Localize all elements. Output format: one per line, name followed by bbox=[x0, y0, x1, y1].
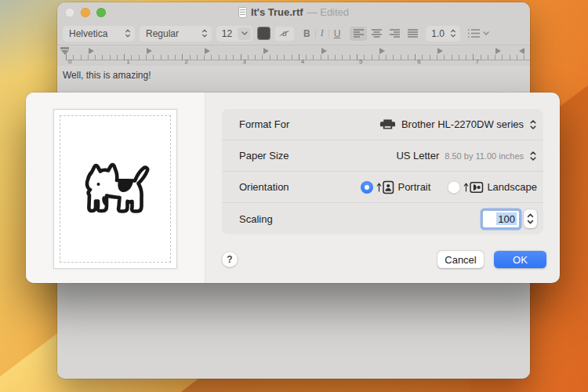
tab-stop-marker[interactable] bbox=[205, 48, 210, 54]
traffic-lights bbox=[65, 8, 106, 17]
alignment-group bbox=[350, 27, 421, 41]
close-button[interactable] bbox=[65, 8, 74, 17]
ruler-number: 5 bbox=[359, 58, 362, 65]
ruler-inch-tick bbox=[124, 54, 125, 60]
tab-stop-marker[interactable] bbox=[495, 48, 501, 54]
tab-stop-marker[interactable] bbox=[321, 48, 327, 54]
ruler-inch-tick bbox=[182, 54, 183, 60]
ruler-inch-tick bbox=[357, 54, 358, 60]
tab-stop-marker[interactable] bbox=[379, 48, 385, 54]
line-spacing-stepper[interactable]: 1.0 bbox=[426, 26, 460, 42]
portrait-label: Portrait bbox=[397, 181, 430, 193]
scaling-row: Scaling 100 bbox=[222, 203, 543, 234]
portrait-orientation-icon bbox=[376, 180, 394, 194]
font-family-select[interactable]: Helvetica bbox=[63, 26, 135, 42]
landscape-orientation-icon bbox=[463, 180, 484, 194]
ruler-number: 6 bbox=[417, 58, 420, 65]
format-for-popup[interactable]: Brother HL-2270DW series bbox=[379, 118, 537, 131]
list-icon bbox=[468, 29, 480, 38]
paper-size-detail: 8.50 by 11.00 inches bbox=[445, 151, 524, 161]
ruler-inch-tick bbox=[241, 54, 241, 60]
format-for-label: Format For bbox=[239, 118, 289, 130]
chevron-up-down-icon bbox=[450, 28, 456, 38]
font-style-select[interactable]: Regular bbox=[140, 26, 212, 42]
chevron-up-down-icon bbox=[529, 150, 537, 162]
ruler-inch-tick bbox=[473, 54, 474, 60]
printer-icon bbox=[379, 118, 396, 130]
cancel-button[interactable]: Cancel bbox=[437, 251, 484, 268]
align-center-button[interactable] bbox=[368, 27, 385, 41]
paper-size-row: Paper Size US Letter 8.50 by 11.00 inche… bbox=[222, 140, 543, 172]
tab-stop-marker[interactable] bbox=[147, 48, 152, 54]
italic-button[interactable]: I bbox=[316, 27, 328, 39]
landscape-option[interactable]: Landscape bbox=[448, 180, 537, 194]
ok-button[interactable]: OK bbox=[494, 251, 546, 268]
ruler[interactable]: 01234567 bbox=[57, 45, 530, 67]
window-title-area: It's True.rtf — Edited bbox=[57, 2, 530, 22]
format-for-row: Format For Brother HL-2270DW series bbox=[222, 109, 543, 140]
document-icon bbox=[238, 7, 247, 18]
ruler-number: 1 bbox=[126, 58, 129, 65]
chevron-down-icon bbox=[483, 31, 489, 35]
paper-size-popup[interactable]: US Letter 8.50 by 11.00 inches bbox=[396, 150, 537, 162]
ruler-number: 3 bbox=[243, 58, 246, 65]
underline-button[interactable]: U bbox=[329, 28, 346, 39]
window-titlebar[interactable]: It's True.rtf — Edited bbox=[57, 2, 530, 22]
ruler-inch-tick bbox=[415, 54, 416, 60]
ruler-inch-tick bbox=[66, 54, 67, 60]
orientation-row: Orientation Portrait bbox=[222, 172, 543, 203]
strikethrough-color-button[interactable]: a bbox=[275, 27, 294, 41]
tab-stop-marker[interactable] bbox=[89, 48, 94, 54]
window-title: It's True.rtf bbox=[251, 6, 303, 18]
page-preview bbox=[53, 109, 177, 269]
form-pane: Format For Brother HL-2270DW series Pape… bbox=[205, 93, 560, 283]
help-button[interactable]: ? bbox=[222, 252, 238, 267]
ruler-number: 7 bbox=[475, 58, 478, 65]
landscape-label: Landscape bbox=[487, 181, 537, 193]
scaling-label: Scaling bbox=[239, 213, 273, 225]
page-setup-dialog: Format For Brother HL-2270DW series Pape… bbox=[26, 93, 560, 283]
text-style-group: B I U bbox=[299, 27, 345, 41]
paper-size-value: US Letter bbox=[396, 150, 439, 162]
list-style-select[interactable] bbox=[465, 26, 492, 42]
font-size-select[interactable]: 12 bbox=[216, 26, 252, 42]
preview-pane bbox=[26, 93, 205, 283]
scaling-stepper[interactable] bbox=[524, 209, 537, 228]
dog-image bbox=[81, 157, 151, 216]
align-left-button[interactable] bbox=[350, 27, 367, 41]
format-for-value: Brother HL-2270DW series bbox=[401, 118, 524, 130]
window-edited-status: — Edited bbox=[307, 6, 349, 18]
orientation-label: Orientation bbox=[239, 181, 289, 193]
chevron-up-down-icon bbox=[529, 118, 537, 131]
tab-stop-marker[interactable] bbox=[263, 48, 269, 54]
bold-button[interactable]: B bbox=[299, 28, 315, 39]
right-margin-marker[interactable] bbox=[519, 48, 524, 54]
align-justify-button[interactable] bbox=[404, 27, 421, 41]
portrait-option[interactable]: Portrait bbox=[361, 180, 430, 194]
scaling-value: 100 bbox=[496, 212, 517, 225]
format-toolbar: Helvetica Regular 12 a B I U bbox=[57, 22, 530, 45]
dialog-footer: ? Cancel OK bbox=[222, 251, 546, 268]
scaling-input[interactable]: 100 bbox=[483, 211, 519, 227]
indent-marker[interactable] bbox=[60, 47, 69, 55]
landscape-radio[interactable] bbox=[448, 181, 460, 194]
paper-size-label: Paper Size bbox=[239, 150, 289, 162]
ruler-number: 0 bbox=[68, 58, 71, 65]
minimize-button[interactable] bbox=[81, 8, 90, 17]
ruler-number: 2 bbox=[184, 58, 187, 65]
portrait-radio[interactable] bbox=[361, 181, 373, 194]
zoom-button[interactable] bbox=[96, 8, 106, 17]
align-right-button[interactable] bbox=[386, 27, 403, 41]
text-color-well[interactable] bbox=[257, 27, 270, 40]
chevron-down-icon[interactable] bbox=[238, 27, 251, 40]
ruler-inch-tick bbox=[299, 54, 299, 60]
chevron-up-down-icon bbox=[125, 28, 131, 38]
ruler-number: 4 bbox=[301, 58, 304, 65]
page-setup-form: Format For Brother HL-2270DW series Pape… bbox=[222, 109, 543, 234]
chevron-up-down-icon bbox=[201, 28, 208, 38]
document-text[interactable]: Well, this is amazing! bbox=[57, 66, 530, 81]
tab-stop-marker[interactable] bbox=[437, 48, 443, 54]
